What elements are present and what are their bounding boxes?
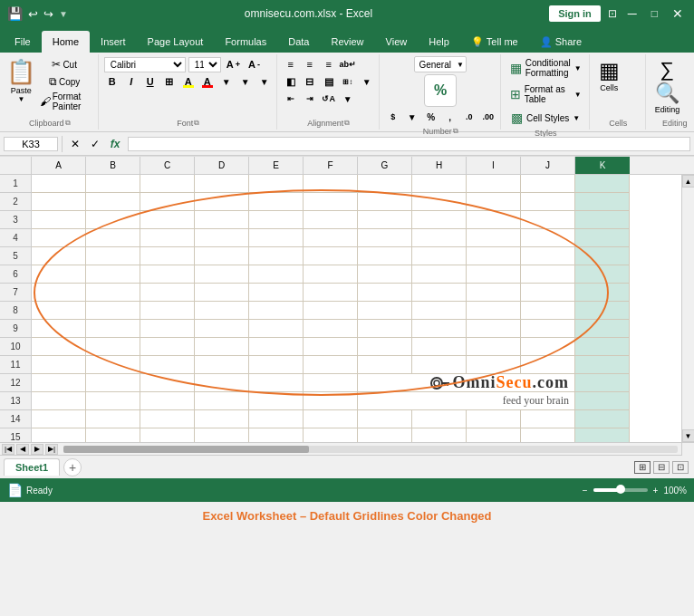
tab-help[interactable]: Help: [418, 31, 460, 53]
align-right-button[interactable]: ▤: [321, 73, 337, 90]
row-header-9[interactable]: 9: [0, 320, 32, 338]
cell-e1[interactable]: [249, 175, 304, 193]
minus-zoom-button[interactable]: −: [583, 486, 588, 496]
cell-c8[interactable]: [140, 302, 195, 320]
row-header-14[interactable]: 14: [0, 410, 32, 428]
cell-b9[interactable]: [86, 320, 140, 338]
cell-g14[interactable]: [358, 410, 412, 428]
cell-g8[interactable]: [358, 302, 412, 320]
scroll-down-button[interactable]: ▼: [682, 429, 695, 442]
cell-k14[interactable]: [575, 410, 630, 428]
cell-d5[interactable]: [195, 247, 249, 265]
cell-i15[interactable]: [467, 428, 521, 442]
cell-e2[interactable]: [249, 193, 304, 211]
cell-i10[interactable]: [467, 338, 521, 356]
cell-g5[interactable]: [358, 247, 412, 265]
row-header-5[interactable]: 5: [0, 247, 32, 265]
tab-share[interactable]: 👤Share: [529, 31, 593, 53]
font-expand-icon[interactable]: ⧉: [194, 119, 199, 128]
cell-b8[interactable]: [86, 302, 140, 320]
confirm-formula-button[interactable]: ✓: [86, 135, 104, 153]
align-top-left-button[interactable]: ≡: [283, 56, 299, 72]
copy-button[interactable]: ⧉ Copy: [37, 73, 92, 90]
cell-b11[interactable]: [86, 356, 140, 374]
align-top-center-button[interactable]: ≡: [302, 56, 318, 72]
cell-e8[interactable]: [249, 302, 304, 320]
cell-d1[interactable]: [195, 175, 249, 193]
row-header-10[interactable]: 10: [0, 338, 32, 356]
cell-j4[interactable]: [521, 229, 575, 247]
bold-button[interactable]: B: [104, 73, 120, 90]
cell-j5[interactable]: [521, 247, 575, 265]
cell-a11[interactable]: [32, 356, 86, 374]
cell-b6[interactable]: [86, 265, 140, 284]
cell-k1[interactable]: [575, 175, 630, 193]
font-size-select[interactable]: 11: [188, 57, 221, 72]
cell-a8[interactable]: [32, 302, 86, 320]
italic-button[interactable]: I: [123, 73, 140, 90]
cell-b1[interactable]: [86, 175, 140, 193]
borders-dropdown[interactable]: ▼: [218, 73, 235, 90]
row-header-7[interactable]: 7: [0, 284, 32, 302]
cell-h10[interactable]: [412, 338, 467, 356]
cell-h4[interactable]: [412, 229, 467, 247]
cell-a5[interactable]: [32, 247, 86, 265]
align-left-button[interactable]: ◧: [283, 73, 299, 90]
cell-i6[interactable]: [467, 265, 521, 284]
cell-f1[interactable]: [304, 175, 358, 193]
cell-k5[interactable]: [575, 247, 630, 265]
cell-c4[interactable]: [140, 229, 195, 247]
cell-c14[interactable]: [140, 410, 195, 428]
font-color-button[interactable]: A: [199, 73, 216, 90]
cells-button[interactable]: ▦ Cells: [595, 56, 623, 94]
format-table-dropdown-icon[interactable]: ▼: [574, 91, 582, 99]
tab-home[interactable]: Home: [42, 31, 90, 53]
cell-a1[interactable]: [32, 175, 86, 193]
scroll-left-first-button[interactable]: |◀: [2, 444, 14, 455]
cell-k15[interactable]: [575, 428, 630, 442]
zoom-slider[interactable]: [593, 488, 648, 492]
decrease-indent-button[interactable]: ⇤: [283, 91, 299, 107]
col-header-d[interactable]: D: [195, 157, 249, 174]
cell-d6[interactable]: [195, 265, 249, 284]
cancel-formula-button[interactable]: ✕: [66, 135, 84, 153]
cell-h3[interactable]: [412, 211, 467, 229]
cell-e15[interactable]: [249, 428, 304, 442]
cell-b5[interactable]: [86, 247, 140, 265]
cell-c3[interactable]: [140, 211, 195, 229]
orientation-button[interactable]: ↺A: [321, 91, 337, 107]
cell-d2[interactable]: [195, 193, 249, 211]
increase-decimal-btn[interactable]: .00: [480, 109, 496, 125]
signin-button[interactable]: Sign in: [549, 5, 601, 22]
cell-h9[interactable]: [412, 320, 467, 338]
col-header-k[interactable]: K: [575, 157, 630, 174]
cell-i8[interactable]: [467, 302, 521, 320]
align-center-button[interactable]: ⊟: [302, 73, 318, 90]
cell-j9[interactable]: [521, 320, 575, 338]
cell-e5[interactable]: [249, 247, 304, 265]
cell-k7[interactable]: [575, 284, 630, 302]
row-header-2[interactable]: 2: [0, 193, 32, 211]
col-header-f[interactable]: F: [304, 157, 358, 174]
sheet-tab-1[interactable]: Sheet1: [4, 458, 60, 476]
cell-j11[interactable]: [521, 356, 575, 374]
wrap-text-button[interactable]: ab↵: [340, 56, 356, 72]
cell-d9[interactable]: [195, 320, 249, 338]
cell-k12[interactable]: [575, 374, 630, 392]
decrease-font-size-button[interactable]: A-: [246, 56, 263, 72]
cell-g11[interactable]: [358, 356, 412, 374]
cell-f6[interactable]: [304, 265, 358, 284]
cell-a4[interactable]: [32, 229, 86, 247]
cell-a9[interactable]: [32, 320, 86, 338]
cell-a7[interactable]: [32, 284, 86, 302]
orientation-dropdown[interactable]: ▼: [340, 91, 356, 107]
undo-btn[interactable]: ↩: [28, 7, 38, 21]
cell-g3[interactable]: [358, 211, 412, 229]
cell-f5[interactable]: [304, 247, 358, 265]
cell-g9[interactable]: [358, 320, 412, 338]
fill-color-button[interactable]: A: [180, 73, 197, 90]
cell-i9[interactable]: [467, 320, 521, 338]
editing-button[interactable]: ∑ 🔍 Editing: [651, 56, 684, 116]
cell-f4[interactable]: [304, 229, 358, 247]
cell-e7[interactable]: [249, 284, 304, 302]
